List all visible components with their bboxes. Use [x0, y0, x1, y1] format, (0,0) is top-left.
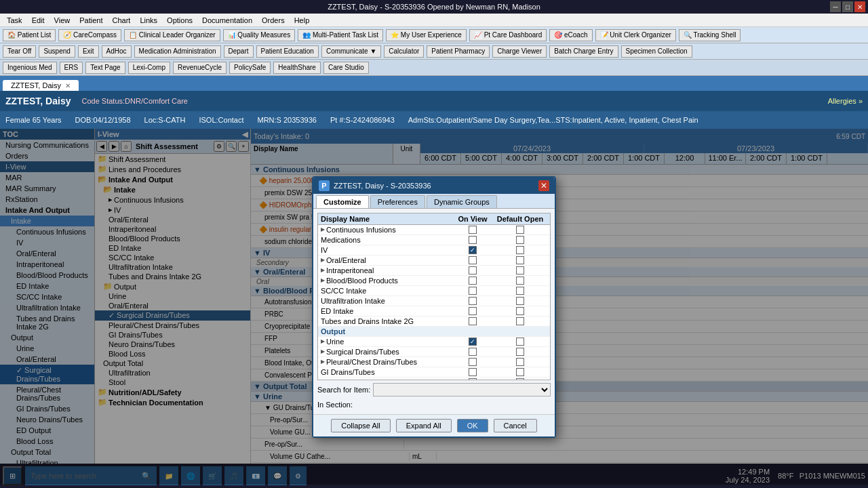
clinical-leader-btn[interactable]: 📋 Clinical Leader Organizer — [124, 29, 220, 41]
revenue-cycle-btn[interactable]: RevenueCycle — [173, 62, 226, 74]
checkbox-uf-default[interactable] — [516, 297, 524, 305]
checkbox-uf-onview[interactable] — [469, 297, 477, 305]
ingenious-med-btn[interactable]: Ingenious Med — [3, 62, 57, 74]
patient-tab[interactable]: ZZTEST, Daisy ✕ — [3, 80, 79, 91]
tear-off-btn[interactable]: Tear Off — [3, 45, 36, 58]
tab-dynamic-groups[interactable]: Dynamic Groups — [427, 195, 497, 208]
suspend-btn[interactable]: Suspend — [39, 45, 75, 58]
carecompass-btn[interactable]: 🧭 CareCompass — [58, 29, 121, 41]
minimize-button[interactable]: ─ — [830, 1, 841, 12]
patient-ed-btn[interactable]: Patient Education — [256, 45, 319, 58]
list-item[interactable]: Ultrafiltration Intake — [318, 296, 550, 306]
list-item[interactable]: ▶ Pleural/Chest Drains/Tubes — [318, 357, 550, 367]
tab-customize[interactable]: Customize — [316, 195, 369, 208]
checkbox-ed-intake-default[interactable] — [516, 307, 524, 315]
checkbox-tubes-default[interactable] — [516, 317, 524, 325]
search-select[interactable] — [373, 383, 551, 396]
menu-patient[interactable]: Patient — [75, 16, 106, 25]
list-item[interactable]: ▶ Oral/Enteral — [318, 256, 550, 266]
checkbox-intraperitoneal-onview[interactable] — [469, 266, 477, 274]
ecoach-btn[interactable]: 🎯 eCoach — [549, 29, 592, 41]
list-item[interactable]: ▶ Urine — [318, 337, 550, 347]
multi-patient-btn[interactable]: 👥 Multi-Patient Task List — [298, 29, 383, 41]
cancel-button[interactable]: Cancel — [494, 419, 537, 432]
unit-clerk-btn[interactable]: 📝 Unit Clerk Organizer — [595, 29, 676, 41]
checkbox-urine-default[interactable] — [516, 338, 524, 346]
checkbox-oral-onview[interactable] — [469, 256, 477, 264]
checkbox-oral-default[interactable] — [516, 256, 524, 264]
depart-btn[interactable]: Depart — [224, 45, 254, 58]
checkbox-pleural-onview[interactable] — [469, 358, 477, 366]
checkbox-cont-infusions-default[interactable] — [516, 226, 524, 234]
checkbox-surgical-default[interactable] — [516, 348, 524, 356]
checkbox-medications-default[interactable] — [516, 236, 524, 244]
text-page-btn[interactable]: Text Page — [85, 62, 125, 74]
list-item[interactable]: ▶ Intraperitoneal — [318, 266, 550, 276]
list-item[interactable]: ▶ Blood/Blood Products — [318, 276, 550, 286]
menu-documentation[interactable]: Documentation — [198, 16, 256, 25]
collapse-all-button[interactable]: Collapse All — [331, 419, 390, 432]
checkbox-iv-onview[interactable] — [469, 246, 477, 254]
checkbox-intraperitoneal-default[interactable] — [516, 266, 524, 274]
checkbox-blood-onview[interactable] — [469, 277, 477, 285]
pt-care-dashboard-btn[interactable]: 📈 Pt Care Dashboard — [469, 29, 547, 41]
list-item[interactable]: GI Drains/Tubes — [318, 367, 550, 378]
policy-safe-btn[interactable]: PolicySafe — [229, 62, 271, 74]
menu-edit[interactable]: Edit — [28, 16, 49, 25]
ok-button[interactable]: OK — [457, 419, 488, 432]
menu-help[interactable]: Help — [290, 16, 314, 25]
list-item[interactable]: SC/CC Intake — [318, 286, 550, 296]
checkbox-gi-default[interactable] — [516, 368, 524, 376]
maximize-button[interactable]: □ — [842, 1, 853, 12]
checkbox-iv-default[interactable] — [516, 246, 524, 254]
care-studio-btn[interactable]: Care Studio — [323, 62, 369, 74]
menu-links[interactable]: Links — [136, 16, 161, 25]
tracking-shell-btn[interactable]: 🔍 Tracking Shell — [679, 29, 741, 41]
adhoc-btn[interactable]: AdHoc — [102, 45, 132, 58]
specimen-btn[interactable]: Specimen Collection — [621, 45, 692, 58]
tab-preferences[interactable]: Preferences — [370, 195, 425, 208]
patient-tab-close[interactable]: ✕ — [65, 82, 71, 89]
menu-options[interactable]: Options — [163, 16, 197, 25]
search-row: Search for Item: — [317, 380, 551, 399]
close-button[interactable]: ✕ — [854, 1, 865, 12]
checkbox-surgical-onview[interactable] — [469, 348, 477, 356]
list-item[interactable]: Medications — [318, 235, 550, 245]
patient-list-btn[interactable]: 🏠 Patient List — [3, 29, 56, 41]
checkbox-tubes-onview[interactable] — [469, 317, 477, 325]
menu-task[interactable]: Task — [3, 16, 26, 25]
in-section-row: In Section: — [317, 399, 551, 410]
checkbox-blood-default[interactable] — [516, 277, 524, 285]
calculator-btn[interactable]: Calculator — [384, 45, 424, 58]
checkbox-sccc-default[interactable] — [516, 287, 524, 295]
checkbox-medications-onview[interactable] — [469, 236, 477, 244]
checkbox-urine-onview[interactable] — [469, 338, 477, 346]
ers-btn[interactable]: ERS — [60, 62, 83, 74]
my-user-experience-btn[interactable]: ⭐ My User Experience — [386, 29, 467, 41]
list-item[interactable]: ▶ Continuous Infusions — [318, 225, 550, 235]
checkbox-gi-onview[interactable] — [469, 368, 477, 376]
lexi-comp-btn[interactable]: Lexi-Comp — [128, 62, 170, 74]
modal-close-button[interactable]: ✕ — [538, 180, 549, 191]
list-item[interactable]: ▶ Surgical Drains/Tubes — [318, 347, 550, 357]
charge-viewer-btn[interactable]: Charge Viewer — [492, 45, 547, 58]
list-item[interactable]: Tubes and Drains Intake 2G — [318, 317, 550, 327]
expand-all-button[interactable]: Expand All — [396, 419, 452, 432]
medication-admin-btn[interactable]: Medication Administration — [134, 45, 221, 58]
menu-orders[interactable]: Orders — [258, 16, 289, 25]
list-item[interactable]: ED Intake — [318, 306, 550, 317]
checkbox-ed-intake-onview[interactable] — [469, 307, 477, 315]
exit-btn[interactable]: Exit — [78, 45, 99, 58]
allergies-link[interactable]: Allergies » — [828, 97, 863, 105]
menu-view[interactable]: View — [50, 16, 75, 25]
batch-charge-btn[interactable]: Batch Charge Entry — [549, 45, 618, 58]
menu-chart[interactable]: Chart — [108, 16, 135, 25]
checkbox-sccc-onview[interactable] — [469, 287, 477, 295]
checkbox-pleural-default[interactable] — [516, 358, 524, 366]
communicate-btn[interactable]: Communicate ▼ — [321, 45, 381, 58]
checkbox-cont-infusions-onview[interactable] — [469, 226, 477, 234]
patient-pharmacy-btn[interactable]: Patient Pharmacy — [427, 45, 490, 58]
quality-measures-btn[interactable]: 📊 Quality Measures — [223, 29, 296, 41]
health-share-btn[interactable]: HealthShare — [273, 62, 321, 74]
list-item[interactable]: IV — [318, 245, 550, 256]
